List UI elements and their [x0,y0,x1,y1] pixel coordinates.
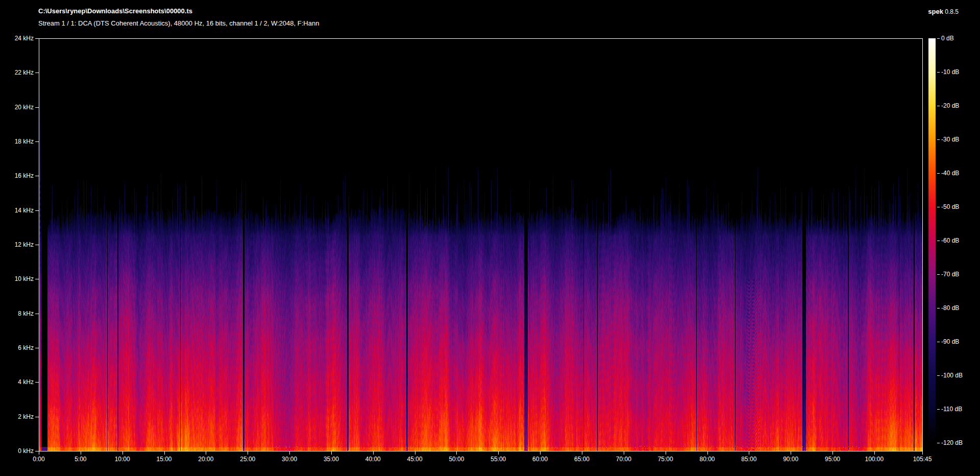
time-tick [164,451,165,455]
time-tick [39,451,39,455]
time-tick [373,451,374,455]
time-tick-label: 15:00 [148,456,181,463]
time-tick [248,451,248,455]
db-tick [937,72,940,73]
time-tick-label: 65:00 [566,456,598,463]
time-tick-label: 0:00 [22,456,55,463]
freq-tick [35,348,39,348]
freq-tick [35,245,39,245]
freq-tick-label: 8 kHz [0,310,34,317]
time-tick [289,451,290,455]
db-tick-label: -30 dB [941,136,959,143]
time-tick [122,451,123,455]
time-tick-label: 70:00 [607,456,640,463]
time-tick-label: 30:00 [273,456,306,463]
freq-tick-label: 14 kHz [0,207,34,214]
time-tick-label: 95:00 [816,456,849,463]
time-tick-label: 20:00 [189,456,222,463]
freq-tick [35,176,39,176]
db-tick-label: -20 dB [941,102,959,109]
freq-tick [35,417,39,417]
db-tick [937,173,940,174]
stream-info: Stream 1 / 1: DCA (DTS Coherent Acoustic… [38,19,319,27]
db-tick-label: 0 dB [941,35,954,42]
db-tick [937,139,940,140]
freq-tick-label: 6 kHz [0,344,34,351]
freq-tick-label: 4 kHz [0,378,34,386]
time-tick [415,451,415,455]
db-tick-label: -120 dB [941,439,963,446]
app-name: spek [928,8,943,15]
freq-tick [35,38,39,39]
db-tick-label: -50 dB [941,203,959,210]
db-tick [937,106,940,106]
db-tick [937,375,940,376]
time-tick-label: 5:00 [64,456,97,463]
db-tick [937,38,940,39]
time-tick-label: 40:00 [357,456,389,463]
db-tick-label: -10 dB [941,68,959,76]
freq-tick-label: 16 kHz [0,172,34,179]
time-tick-label: 50:00 [440,456,473,463]
freq-tick [35,382,39,383]
freq-tick-label: 10 kHz [0,275,34,282]
time-tick [832,451,833,455]
time-tick [707,451,708,455]
db-tick-label: -80 dB [941,304,959,312]
time-tick [456,451,457,455]
time-tick [206,451,206,455]
db-tick-label: -100 dB [941,372,963,379]
freq-tick-label: 2 kHz [0,413,34,420]
time-tick-label: 90:00 [774,456,807,463]
db-tick [937,274,940,275]
time-tick [582,451,582,455]
freq-tick-label: 22 kHz [0,69,34,76]
db-tick [937,241,940,241]
time-tick-label: 75:00 [649,456,682,463]
db-tick [937,308,940,308]
spectrogram-canvas [39,39,922,451]
db-tick-label: -60 dB [941,237,959,244]
time-tick-label: 10:00 [106,456,139,463]
db-tick [937,409,940,410]
freq-tick-label: 0 kHz [0,447,34,455]
freq-tick-label: 20 kHz [0,104,34,111]
freq-tick [35,451,39,451]
time-tick-label: 35:00 [315,456,348,463]
time-tick [331,451,332,455]
time-tick [791,451,791,455]
freq-tick [35,314,39,314]
db-tick-label: -110 dB [941,406,962,413]
db-tick-label: -90 dB [941,338,959,345]
freq-tick [35,210,39,211]
db-tick [937,342,940,342]
time-tick [666,451,666,455]
time-tick-label: 85:00 [732,456,765,463]
time-tick-label: 80:00 [691,456,724,463]
freq-tick-label: 24 kHz [0,35,34,42]
db-colorbar [928,38,936,443]
app-version: 0.8.5 [945,8,959,15]
time-tick-label: 100:00 [858,456,891,463]
time-tick [922,451,923,455]
db-tick-label: -70 dB [941,271,959,278]
db-tick [937,207,940,207]
app-badge: spek 0.8.5 [928,8,959,15]
time-tick-label: 105:45 [906,456,939,463]
db-tick [937,443,940,443]
time-tick [874,451,875,455]
time-tick-label: 25:00 [231,456,264,463]
freq-tick [35,279,39,279]
freq-tick-label: 12 kHz [0,241,34,248]
db-tick-label: -40 dB [941,170,959,177]
time-tick [81,451,81,455]
time-tick [498,451,499,455]
time-tick-label: 55:00 [482,456,514,463]
freq-tick [35,107,39,108]
freq-tick [35,73,39,73]
file-path-title: C:\Users\rynep\Downloads\Screenshots\000… [38,7,192,15]
time-tick-label: 60:00 [524,456,556,463]
spek-window: C:\Users\rynep\Downloads\Screenshots\000… [0,0,980,476]
freq-tick [35,141,39,142]
spectrogram-plot [39,38,923,451]
